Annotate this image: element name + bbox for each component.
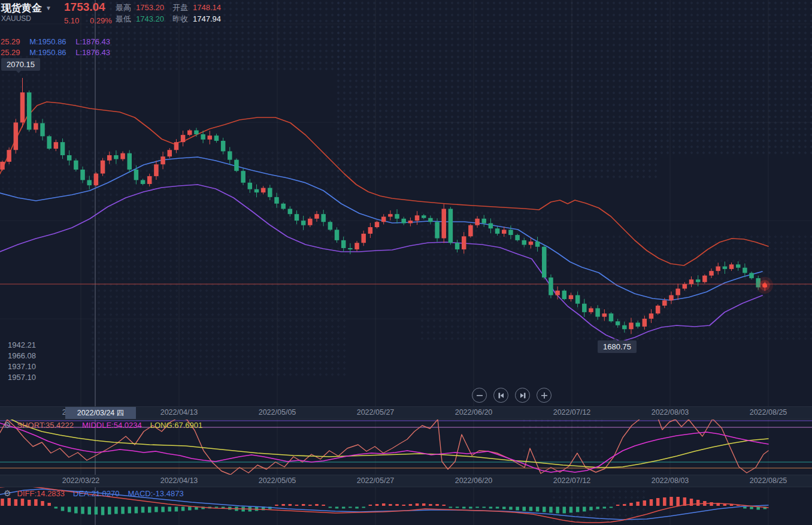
chevron-down-icon: ▼ xyxy=(46,5,51,11)
date-tick: 2022/08/03 xyxy=(652,476,689,485)
change-value: 5.10 xyxy=(64,16,79,25)
trading-chart-app: 2022/03/222022/04/132022/05/052022/05/27… xyxy=(0,0,812,525)
date-tick: 2022/08/25 xyxy=(750,476,787,485)
change-percent: 0.29% xyxy=(90,16,112,25)
chart-controls xyxy=(472,388,552,403)
stat-low: 最低1743.20 xyxy=(116,14,164,25)
boll-values-row1: 25.29 M:1950.86 L:1876.43 xyxy=(1,37,117,46)
ohlc-readout: 1942.21 1966.08 1937.10 1957.10 xyxy=(8,340,36,383)
zoom-in-button[interactable] xyxy=(537,388,552,403)
date-tick: 2022/05/27 xyxy=(357,408,395,417)
date-tick: 2022/07/12 xyxy=(553,476,591,485)
date-tick: 2022/04/13 xyxy=(160,408,198,417)
zoom-out-button[interactable] xyxy=(472,388,487,403)
date-tick: 2022/04/13 xyxy=(160,476,198,485)
macd-indicator-labels: ⚙ DIFF:14.2833 DEA:21.0270 MACD:-13.4873 xyxy=(1,488,192,498)
skip-to-end-button[interactable] xyxy=(515,388,530,403)
stat-prev-close: 昨收1747.94 xyxy=(172,14,221,25)
gear-icon[interactable]: ⚙ xyxy=(4,488,11,498)
highest-price-marker: 2070.15 xyxy=(1,58,40,71)
minus-icon xyxy=(476,392,483,399)
stat-high: 最高1753.20 xyxy=(116,2,164,13)
price-change: 5.10 0.29% xyxy=(64,16,120,25)
date-tick: 2022/08/03 xyxy=(652,408,689,417)
rsi-indicator-labels: ⚙ SHORT:35.4222 MIDDLE:54.0234 LONG:67.6… xyxy=(1,420,211,430)
date-tick: 2022/06/20 xyxy=(455,476,493,485)
skip-end-icon xyxy=(519,392,526,399)
skip-start-icon xyxy=(498,392,505,399)
plus-icon xyxy=(541,392,548,399)
date-tick: 2022/06/20 xyxy=(455,408,493,417)
stat-open: 开盘1748.14 xyxy=(172,2,221,13)
date-tick: 2022/05/27 xyxy=(357,476,395,485)
gear-icon[interactable]: ⚙ xyxy=(4,420,11,430)
date-tick: 2022/03/22 xyxy=(62,476,100,485)
last-price: 1753.04 xyxy=(64,1,105,14)
date-tick: 2022/05/05 xyxy=(259,408,296,417)
crosshair-date-label: 2022/03/24 四 xyxy=(65,407,136,419)
lowest-price-marker: 1680.75 xyxy=(598,340,637,353)
date-axis-bottom: 2022/03/222022/04/132022/05/052022/05/27… xyxy=(0,475,812,487)
date-tick: 2022/05/05 xyxy=(259,476,296,485)
main-chart-canvas[interactable] xyxy=(0,0,812,525)
date-tick: 2022/07/12 xyxy=(553,408,591,417)
symbol-name[interactable]: 现货黄金▼ xyxy=(1,1,51,15)
boll-values-row2: 25.29 M:1950.86 L:1876.43 xyxy=(1,48,117,57)
skip-to-start-button[interactable] xyxy=(493,388,508,403)
symbol-code: XAUUSD xyxy=(1,14,31,23)
date-tick: 2022/08/25 xyxy=(750,408,787,417)
